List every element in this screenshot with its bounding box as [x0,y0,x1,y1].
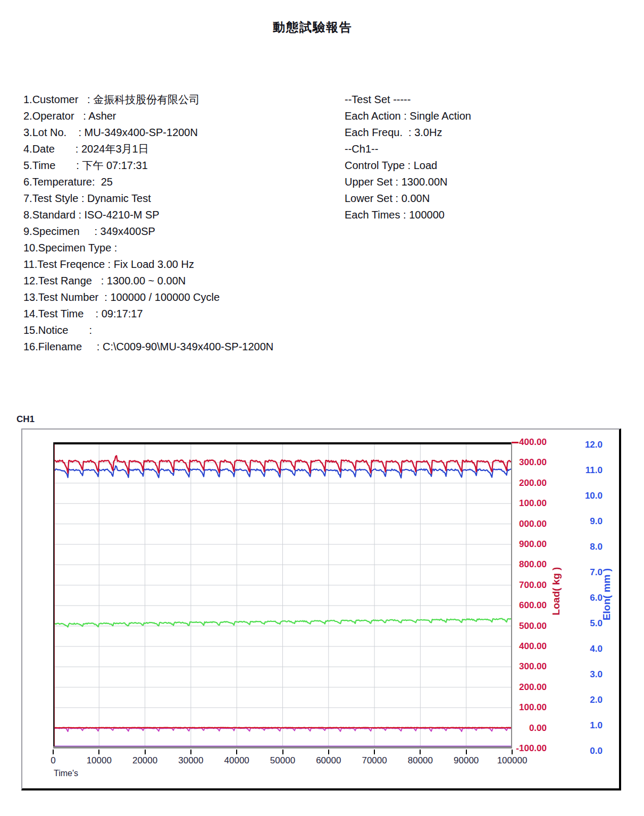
info-line: 8.Standard : ISO-4210-M SP [23,207,273,223]
x-tick-label: 70000 [362,755,387,766]
load-tick-label: 400.00 [512,641,547,652]
load-tick-label: 000.00 [512,519,547,529]
info-left-column: 1.Customer : 金振科技股份有限公司2.Operator : Ashe… [23,91,273,355]
x-tick-mark [512,750,513,754]
elon-tick-label: 8.0 [573,542,603,552]
test-set-line: --Test Set ----- [345,91,471,108]
elon-tick-label: 6.0 [573,593,603,603]
info-line: 11.Test Freqence : Fix Load 3.00 Hz [23,256,273,273]
x-tick-mark [236,750,237,754]
load-tick-label: 200.00 [512,478,547,489]
chart-plot [53,442,512,748]
load-tick-label: 400.00 [512,437,547,448]
info-line: 6.Temperature: 25 [23,174,273,190]
load-tick-label: 800.00 [512,559,547,570]
test-set-line: Control Type : Load [345,157,471,174]
load-tick-label: 0.00 [512,723,547,734]
test-set-line: Each Times : 100000 [345,207,471,223]
x-tick-mark [374,750,375,754]
load-tick-label: 500.00 [512,621,547,632]
test-set-line: --Ch1-- [345,141,471,157]
x-tick-label: 0 [51,755,55,766]
load-tick-label: 100.00 [512,702,547,713]
elon-tick-label: 1.0 [573,720,603,731]
load-tick-label: 600.00 [512,600,547,611]
load-tick-label: 300.00 [512,661,547,672]
load-tick-label: 300.00 [512,457,547,468]
load-tick-label: 200.00 [512,682,547,693]
info-line: 10.Specimen Type : [23,240,273,256]
x-tick-mark [328,750,329,754]
info-line: 7.Test Style : Dynamic Test [23,190,273,207]
info-line: 2.Operator : Asher [23,108,273,124]
x-tick-mark [98,750,99,754]
x-tick-mark [190,750,191,754]
x-tick-label: 30000 [178,755,203,766]
elon-tick-label: 0.0 [573,746,603,756]
x-tick-label: 100000 [497,755,528,766]
series-load-min-set [53,728,512,728]
info-line: 13.Test Number : 100000 / 100000 Cycle [23,289,273,306]
x-tick-mark [420,750,421,754]
test-set-line: Each Frequ. : 3.0Hz [345,124,471,141]
info-line: 5.Time : 下午 07:17:31 [23,157,273,174]
x-tick-label: 40000 [224,755,249,766]
info-line: 4.Date : 2024年3月1日 [23,141,273,157]
load-axis-title: Load( kg ) [550,567,562,616]
x-tick-mark [145,750,146,754]
load-tick-label: 700.00 [512,580,547,591]
info-line: 1.Customer : 金振科技股份有限公司 [23,91,273,108]
x-tick-mark [282,750,283,754]
x-tick-label: 50000 [270,755,295,766]
load-tick-label: -100.00 [512,743,547,754]
elon-tick-label: 7.0 [573,567,603,578]
elon-tick-label: 2.0 [573,695,603,705]
load-tick-label: 900.00 [512,539,547,550]
elon-tick-label: 9.0 [573,516,603,527]
test-set-line: Lower Set : 0.00N [345,190,471,207]
channel-label: CH1 [16,414,35,425]
x-tick-label: 20000 [132,755,157,766]
elon-tick-label: 3.0 [573,669,603,680]
elon-tick-label: 5.0 [573,618,603,629]
info-line: 3.Lot No. : MU-349x400-SP-1200N [23,124,273,141]
x-tick-label: 80000 [408,755,433,766]
page-title: 動態試驗報告 [0,19,625,36]
x-tick-mark [53,750,54,754]
info-line: 15.Notice : [23,322,273,339]
elon-axis-title: Elon( mm ) [601,568,613,620]
elon-tick-label: 11.0 [573,465,603,476]
info-line: 12.Test Range : 1300.00 ~ 0.00N [23,273,273,289]
info-line: 16.Filename : C:\C009-90\MU-349x400-SP-1… [23,339,273,355]
info-line: 9.Specimen : 349x400SP [23,223,273,240]
x-axis-title: Time's [54,769,78,778]
info-line: 14.Test Time : 09:17:17 [23,306,273,322]
x-tick-label: 60000 [316,755,341,766]
test-set-column: --Test Set -----Each Action : Single Act… [345,91,471,223]
test-set-line: Each Action : Single Action [345,108,471,124]
test-set-line: Upper Set : 1300.00N [345,174,471,190]
elon-tick-label: 12.0 [573,440,603,450]
elon-tick-label: 4.0 [573,644,603,654]
elon-tick-label: 10.0 [573,491,603,501]
load-tick-label: 100.00 [512,498,547,509]
x-tick-label: 10000 [87,755,112,766]
x-tick-label: 90000 [454,755,479,766]
x-tick-mark [466,750,467,754]
